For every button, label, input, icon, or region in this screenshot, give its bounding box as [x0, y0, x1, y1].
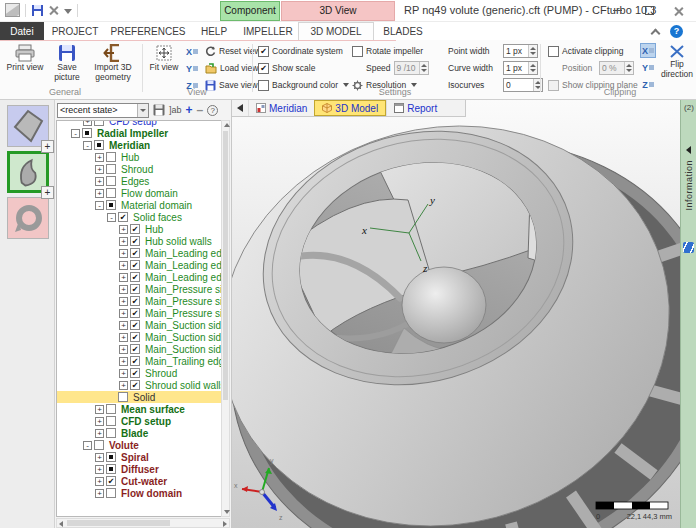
tree-item[interactable]: +Mean surface [57, 403, 221, 415]
tree-checkbox[interactable]: ✔ [130, 380, 140, 390]
flip-direction-button[interactable]: Flip direction [658, 43, 696, 86]
tree-item[interactable]: +Edges [57, 175, 221, 187]
rename-state-icon[interactable]: ]ab [169, 105, 182, 115]
tree-item[interactable]: -Meridian [57, 139, 221, 151]
scrollbar-thumb[interactable] [67, 520, 170, 526]
tree-item[interactable]: +✔Main_Pressure side [57, 283, 221, 295]
print-view-button[interactable]: Print view [4, 43, 46, 86]
tree-item[interactable]: +✔Hub [57, 223, 221, 235]
expand-icon[interactable]: + [95, 477, 104, 486]
expand-icon[interactable]: + [119, 285, 128, 294]
tree-item[interactable]: +✔Hub solid walls [57, 235, 221, 247]
save-picture-button[interactable]: Save picture [46, 43, 88, 86]
tree-checkbox[interactable]: ✔ [130, 248, 140, 258]
tree-checkbox[interactable]: ✔ [130, 272, 140, 282]
tree-item[interactable]: +CFD setup [57, 415, 221, 427]
show-scale-checkbox[interactable]: ✔ Show scale [258, 61, 315, 75]
tab-preferences[interactable]: PREFERENCES [106, 22, 190, 40]
tree-item[interactable]: +✔Main_Pressure side_Hu [57, 295, 221, 307]
tree-checkbox[interactable] [106, 488, 116, 498]
scroll-left-icon[interactable] [59, 521, 63, 527]
tree-checkbox[interactable] [118, 392, 128, 402]
tree-checkbox[interactable]: ✔ [130, 332, 140, 342]
tree-horizontal-scrollbar[interactable] [56, 518, 230, 528]
close-file-icon[interactable] [49, 5, 59, 15]
collapse-icon[interactable]: - [95, 201, 104, 210]
tree-item[interactable]: +✔Main_Leading edge [57, 247, 221, 259]
tree-item[interactable]: +Flow domain [57, 187, 221, 199]
tree-checkbox[interactable] [106, 188, 116, 198]
expand-icon[interactable]: + [119, 261, 128, 270]
tree-item[interactable]: +✔Main_Trailing edge [57, 355, 221, 367]
add-state-icon[interactable]: + [186, 103, 193, 117]
scroll-right-icon[interactable] [223, 521, 227, 527]
clip-y-button[interactable]: Y [640, 60, 656, 75]
collapse-icon[interactable]: - [83, 441, 92, 450]
fit-view-button[interactable]: Fit view [146, 43, 182, 86]
tree-item[interactable]: -Volute [57, 439, 221, 451]
tree-item[interactable]: +Diffuser [57, 463, 221, 475]
tree-item[interactable]: +CFD setup [57, 120, 221, 127]
tree-item[interactable]: -Radial Impeller [57, 127, 221, 139]
add-component-button[interactable]: + [41, 186, 54, 199]
tree-item[interactable]: +✔Main_Suction side_Shr [57, 343, 221, 355]
tree-checkbox[interactable]: ✔ [130, 284, 140, 294]
tree-checkbox[interactable] [106, 176, 116, 186]
y-view-button[interactable]: Y [184, 61, 200, 76]
speed-spinner[interactable]: 9 /10 [394, 61, 429, 75]
save-state-icon[interactable] [153, 104, 165, 116]
tree-help-icon[interactable]: ? [207, 105, 218, 116]
tree-item[interactable]: -✔Solid faces [57, 211, 221, 223]
tree-item[interactable]: +✔Shroud [57, 367, 221, 379]
collapse-icon[interactable]: - [107, 213, 116, 222]
expand-icon[interactable]: + [119, 381, 128, 390]
tree-item[interactable]: +✔Cut-water [57, 475, 221, 487]
tree-checkbox[interactable]: ✔ [130, 344, 140, 354]
coordinate-system-checkbox[interactable]: ✔ Coordinate system [258, 44, 343, 58]
expand-icon[interactable]: + [83, 120, 92, 126]
tree-checkbox[interactable]: ✔ [118, 212, 128, 222]
tree-checkbox[interactable]: ✔ [106, 476, 116, 486]
isocurves-spinner[interactable]: 0 [503, 78, 543, 92]
tab-meridian[interactable]: Meridian [248, 100, 314, 116]
information-side-panel[interactable]: (2) Information [680, 100, 696, 528]
tree-checkbox[interactable]: ✔ [130, 356, 140, 366]
tab-datei[interactable]: Datei [0, 22, 44, 40]
tree-checkbox[interactable] [82, 128, 92, 138]
tree-item[interactable]: +Shroud [57, 163, 221, 175]
tree-item[interactable]: +✔Main_Leading edge_Hu [57, 259, 221, 271]
remove-state-icon[interactable]: – [197, 103, 204, 117]
tree-checkbox[interactable]: ✔ [130, 308, 140, 318]
impeller-3d-render[interactable]: x y z x y z 0 22,1 44,3 mm [232, 100, 680, 528]
clip-x-button[interactable]: X [640, 43, 656, 58]
expand-icon[interactable]: + [119, 357, 128, 366]
component-tile-volute[interactable] [7, 197, 49, 239]
expand-icon[interactable]: + [119, 345, 128, 354]
expand-icon[interactable]: + [95, 177, 104, 186]
expand-icon[interactable]: + [95, 465, 104, 474]
tab-3d-model-active[interactable]: 3D Model [314, 100, 386, 116]
scrollbar-thumb[interactable] [223, 131, 228, 400]
background-color-checkbox[interactable]: Background color [258, 78, 349, 92]
dropdown-arrow-icon[interactable] [343, 83, 349, 87]
help-badge-icon[interactable]: ? [670, 25, 683, 38]
maximize-button[interactable] [634, 0, 664, 21]
tree-checkbox[interactable] [94, 440, 104, 450]
x-view-button[interactable]: X [184, 44, 200, 59]
collapse-icon[interactable]: - [71, 129, 80, 138]
tree-item[interactable]: +✔Main_Suction side_Hub [57, 331, 221, 343]
expand-icon[interactable]: + [119, 273, 128, 282]
expand-icon[interactable]: + [95, 489, 104, 498]
expand-icon[interactable]: + [119, 225, 128, 234]
expand-icon[interactable]: + [119, 321, 128, 330]
expand-icon[interactable]: + [95, 417, 104, 426]
add-component-button[interactable]: + [41, 140, 54, 153]
expand-icon[interactable]: + [95, 153, 104, 162]
viewport-3d[interactable]: x y z x y z 0 22,1 44,3 mm [232, 100, 680, 528]
expand-icon[interactable]: + [95, 453, 104, 462]
tree-checkbox[interactable]: ✔ [130, 224, 140, 234]
curve-width-spinner[interactable]: 1 px [503, 61, 538, 75]
scroll-down-icon[interactable] [224, 510, 230, 514]
tree-checkbox[interactable]: ✔ [130, 260, 140, 270]
tab-prev-icon[interactable] [237, 104, 243, 112]
